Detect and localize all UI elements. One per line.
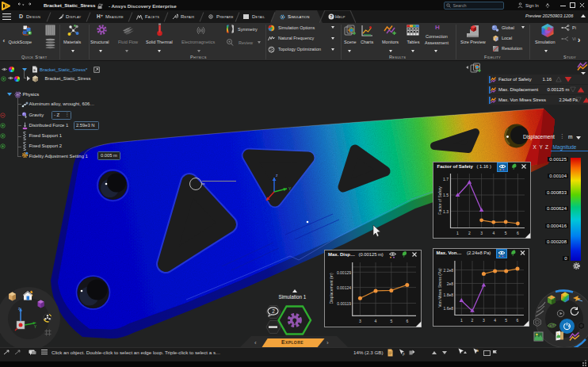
svg-text:Max. Von…: Max. Von…	[437, 250, 462, 255]
svg-text:6: 6	[406, 319, 408, 323]
svg-text:1.7: 1.7	[443, 177, 449, 182]
svg-text:0.00129: 0.00129	[337, 270, 351, 275]
svg-text:2: 2	[472, 318, 474, 323]
svg-text:Y: Y	[34, 325, 36, 329]
svg-text:2: 2	[272, 308, 275, 314]
svg-text:5: 5	[505, 231, 507, 235]
svg-text:1.3: 1.3	[443, 209, 449, 214]
svg-text:Factor of Safety: Factor of Safety	[437, 186, 442, 215]
svg-text:Von Mises Stress (Pa): Von Mises Stress (Pa)	[437, 268, 442, 308]
svg-text:6: 6	[517, 318, 519, 323]
svg-text:4: 4	[494, 318, 496, 323]
svg-text:2.2e8: 2.2e8	[443, 268, 453, 273]
svg-text:( 1.16 ): ( 1.16 )	[477, 164, 491, 169]
svg-text:5: 5	[505, 318, 507, 323]
svg-text:1.6e8: 1.6e8	[443, 306, 453, 311]
svg-text:(2.24e8 Pa): (2.24e8 Pa)	[467, 250, 491, 255]
svg-text:2: 2	[468, 231, 471, 235]
svg-text:4: 4	[375, 319, 377, 323]
svg-text:ρ: ρ	[403, 352, 405, 356]
svg-text:5: 5	[390, 319, 392, 323]
svg-text:Max. Disp…: Max. Disp…	[328, 252, 355, 257]
svg-text:1.8e8: 1.8e8	[443, 292, 453, 297]
svg-text:(0.00125 m): (0.00125 m)	[359, 252, 384, 257]
svg-text:1.5: 1.5	[443, 193, 449, 197]
svg-text:1: 1	[456, 231, 459, 235]
svg-text:1: 1	[460, 318, 463, 323]
svg-text:3: 3	[359, 319, 361, 323]
svg-text:4: 4	[492, 231, 494, 235]
svg-text:6: 6	[517, 231, 519, 235]
svg-text:Factor of Safety: Factor of Safety	[437, 164, 474, 169]
svg-text:3: 3	[483, 318, 485, 323]
svg-text:2e8: 2e8	[447, 281, 454, 286]
svg-text:0.00124: 0.00124	[337, 285, 351, 290]
svg-text:Displacement (m): Displacement (m)	[329, 273, 334, 304]
svg-text:0.00119: 0.00119	[337, 301, 351, 306]
svg-text:3: 3	[480, 231, 483, 235]
